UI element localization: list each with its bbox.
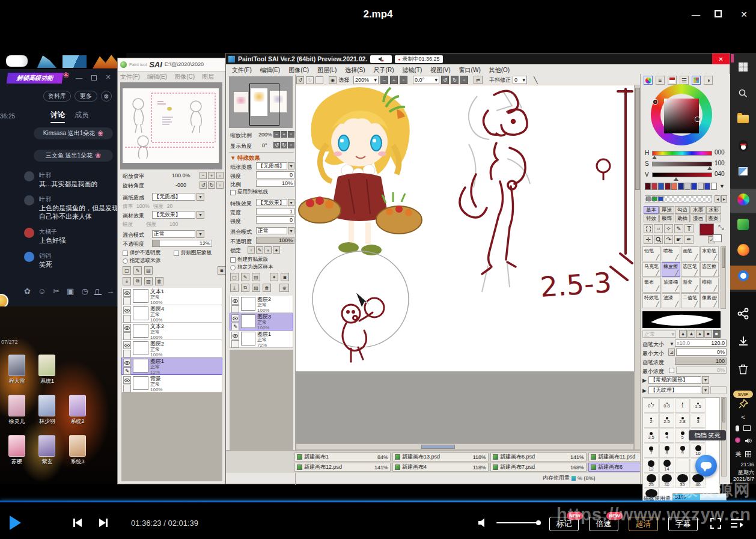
windows-start-button[interactable] [730,62,756,72]
gradation-icon[interactable]: ☰ [680,76,689,85]
size-preset[interactable]: 3.5 [644,428,659,443]
menu-item[interactable]: 图层 [202,73,214,81]
brush-cell[interactable]: 铅笔 ╱ [642,246,661,261]
scratchpad-icon[interactable]: ◑ [704,76,713,85]
share-button[interactable] [730,308,756,320]
tray-clock[interactable]: 21:36 [730,461,754,467]
canvas-hscrollbar[interactable] [296,443,634,450]
fx-effect-dropdown[interactable]: ▾ [288,199,294,206]
clipping-mask-checkbox[interactable]: 创建剪贴蒙版 [230,256,268,263]
menu-item[interactable]: 文件(F) [232,66,252,75]
rgb-slider-icon[interactable]: ≡ [656,76,665,85]
swatch-palette-icon[interactable] [692,76,701,85]
layer-visibility-icon[interactable] [123,376,131,384]
chat-bubble-button[interactable] [695,455,717,477]
pen-icon[interactable]: ✎ [674,224,683,233]
zoom-dropdown[interactable]: 200%▾ [353,76,379,84]
vscroll-thumb[interactable] [635,88,640,190]
wave-thumbnail-icon[interactable] [62,55,87,68]
brush-cell[interactable]: 油漆 ╱ [662,293,680,308]
player-option-button[interactable]: 标记 NEW [549,517,579,531]
menu-item[interactable]: 尺子(R) [374,66,394,75]
volume-slider[interactable] [496,522,540,523]
rotate-reset-icon[interactable]: ▫ [460,76,468,84]
window-minimize-button[interactable]: — [689,10,703,19]
new-pen-layer-icon[interactable]: ✎ [133,266,142,275]
size-preset[interactable]: 30 [659,474,674,488]
display-icon[interactable] [743,425,751,431]
brush-cell[interactable]: 喷枪 ╱ [662,246,680,261]
shape-flat-icon[interactable]: ▲ [679,330,687,338]
redo-icon[interactable]: ↻ [306,76,314,84]
menu-item[interactable]: 选择(S) [345,66,365,75]
brush-size-field[interactable]: x10.0 120.0 [675,340,727,347]
rotate-cw-icon[interactable]: ↻ [451,76,459,84]
file-thumbnail[interactable] [8,355,25,376]
flower-tool-icon[interactable]: ✿☺✂▣◷ [24,287,88,296]
language-indicator[interactable]: 英 [736,450,742,458]
lock-opacity-icon[interactable]: ▫ [248,246,255,254]
file-thumbnail[interactable] [8,435,25,457]
layer-row[interactable]: ✎ 背景 正常 100% [121,375,222,392]
rotate-view-icon[interactable]: ↷ [664,235,673,244]
file-thumbnail[interactable] [8,395,25,416]
avatar[interactable] [24,171,34,181]
fx-opacity-slider[interactable]: 100% [256,237,294,244]
fx-strength2-field[interactable]: 0 [256,216,294,224]
tool-tab[interactable]: 服饰 [659,215,674,222]
taskbar-search-button[interactable] [730,89,756,98]
special-layer-icon[interactable]: ✦ [270,273,278,281]
size-preset[interactable]: 7 [644,443,659,458]
prev-button[interactable] [73,519,82,527]
layer-visibility-icon[interactable] [123,341,131,349]
h-slider[interactable] [652,151,712,156]
document-tab[interactable]: 新建画布6.psd 141% [490,452,587,461]
menu-item[interactable]: 文件(F) [120,73,140,81]
color-mixer-icon[interactable] [668,76,677,85]
chat-tab[interactable]: 讨论 [50,110,65,123]
gear-icon[interactable]: ⚙ [101,91,112,102]
text-tool-icon[interactable]: T [684,224,694,233]
message-author[interactable]: 叶邪 [39,195,118,204]
sai-taskbar-button[interactable] [730,193,756,206]
navigator[interactable] [229,76,293,128]
layer-visibility-icon[interactable] [123,324,131,332]
message-author[interactable]: 铛铛 [39,252,118,260]
player-option-button[interactable]: 倍速 NEW [589,517,618,531]
v-slider[interactable] [652,172,712,177]
chat-tool-icon[interactable]: ✿ [24,287,31,296]
layer-visibility-icon[interactable] [123,289,131,297]
merge-down-icon[interactable]: ⧉ [133,277,142,285]
sai-close-button[interactable]: ✕ [712,53,730,64]
blend-dropdown[interactable]: ▾ [197,230,204,238]
size-preset[interactable]: 2 [644,413,659,428]
protect-opacity-checkbox[interactable]: 保护不透明度 [123,249,160,257]
tool-tab[interactable]: 漫画 [690,215,706,222]
brush-cell[interactable]: 特效笔 ╱ [642,293,661,308]
menu-item[interactable]: 视图(V) [430,66,450,75]
fx-blend-dropdown[interactable]: ▾ [288,227,294,234]
sv-square[interactable] [664,99,699,133]
layer-thumbnail[interactable] [241,297,255,311]
s-slider-marker[interactable] [707,166,712,170]
rotate-ccw-button[interactable]: ↺ [200,181,207,189]
fx-scale-field[interactable]: 10% [256,180,294,187]
menu-item[interactable]: 图层(L) [317,66,337,75]
magic-wand-icon[interactable]: ✧ [664,224,673,233]
new-folder-icon[interactable]: ▤ [144,266,153,275]
layer-thumbnail[interactable] [133,376,148,390]
size-preset[interactable]: 25 [644,474,659,488]
size-preset[interactable]: 1 [675,398,690,413]
selection-source-radio[interactable]: 指定选取来源 [123,257,160,264]
cloud-thumbnail-icon[interactable] [6,55,28,67]
microphone-icon[interactable] [736,425,739,431]
menu-item[interactable]: 图像(C) [288,66,309,75]
size-preset[interactable]: 12 [644,458,659,473]
color-wheel-icon[interactable] [644,76,653,85]
tool-tab[interactable]: 助插 [675,215,690,222]
swatch-next-button[interactable]: ▸ [721,195,727,203]
size-preset[interactable]: 4 [659,428,674,443]
size-preset[interactable]: 14 [659,458,674,473]
desktop-icon[interactable]: 系统3 [64,435,91,466]
desktop-icon[interactable]: 徐灵儿 [4,395,30,425]
